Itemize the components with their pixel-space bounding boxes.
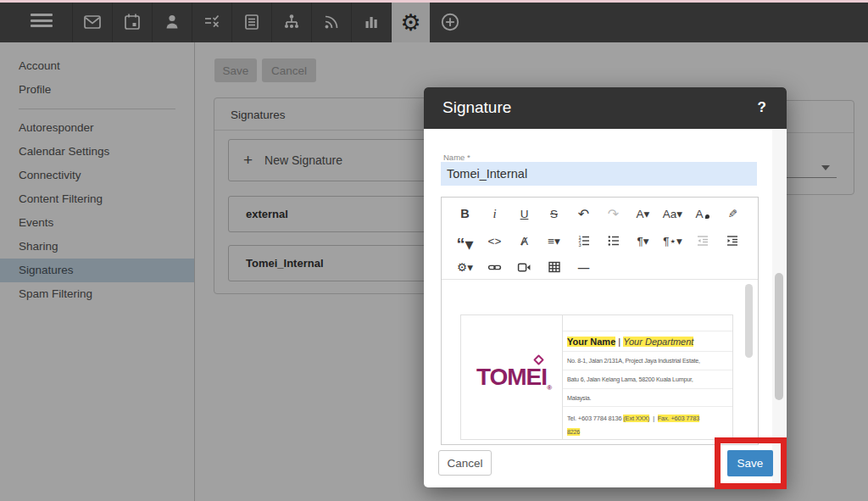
clear-formatting-icon[interactable]: Ⱥ: [509, 230, 539, 252]
insert-options-icon[interactable]: ⚙▾: [450, 256, 480, 278]
reports-icon[interactable]: [351, 2, 390, 42]
strikethrough-icon[interactable]: S: [539, 203, 569, 225]
italic-icon[interactable]: i: [480, 203, 509, 225]
table-icon[interactable]: [539, 256, 569, 278]
dialog-cancel-button[interactable]: Cancel: [438, 450, 492, 476]
link-icon[interactable]: [480, 256, 509, 278]
calendar-icon[interactable]: [112, 2, 151, 42]
signature-dialog: Signature ? Name * B i U S ↶ ↷ A▾ Aa▾ A …: [424, 87, 787, 487]
settings-icon[interactable]: ⚙: [391, 2, 430, 42]
code-icon[interactable]: <>: [480, 230, 509, 252]
phone-row: Tel. +603 7784 8136 (Ext XXX) | Fax. +60…: [563, 407, 732, 439]
new-item-icon[interactable]: [431, 2, 470, 42]
toolbar-divider: [442, 279, 758, 280]
dialog-header: Signature ?: [424, 87, 787, 129]
signature-editor: B i U S ↶ ↷ A▾ Aa▾ A ✎ “▾ <> Ⱥ ≡▾ 123: [441, 197, 759, 445]
tomei-logo: TOMEI ®: [476, 364, 547, 391]
redo-icon[interactable]: ↷: [598, 203, 628, 225]
underline-icon[interactable]: U: [509, 203, 539, 225]
font-family-icon[interactable]: A▾: [628, 203, 658, 225]
highlight-icon[interactable]: ✎: [721, 199, 743, 229]
signature-name-input[interactable]: [441, 162, 757, 186]
video-icon[interactable]: [509, 256, 539, 278]
editor-scrollbar[interactable]: [745, 284, 753, 358]
address-row-2: Batu 6, Jalan Kelang Lama, 58200 Kuala L…: [563, 370, 732, 389]
indent-icon[interactable]: [717, 230, 747, 252]
editor-toolbar-row2: “▾ <> Ⱥ ≡▾ 123 ¶▾ ¶⋆▾: [450, 230, 752, 252]
horizontal-rule-icon[interactable]: —: [569, 256, 598, 278]
dialog-title: Signature: [442, 98, 511, 117]
empty-row: [563, 315, 732, 331]
svg-text:3: 3: [578, 242, 581, 248]
editor-toolbar-row1: B i U S ↶ ↷ A▾ Aa▾ A ✎: [450, 203, 752, 225]
font-color-icon[interactable]: A: [687, 203, 717, 225]
mail-icon[interactable]: [72, 2, 111, 42]
logo-cell: TOMEI ®: [461, 315, 563, 439]
contacts-icon[interactable]: [152, 2, 191, 42]
app-window: ⚙ Account Profile Autoresponder Calendar…: [0, 0, 868, 501]
address-row-1: No. 8-1, Jalan 2/131A, Project Jaya Indu…: [563, 352, 732, 370]
top-edge-line: [0, 0, 868, 3]
tasks-icon[interactable]: [192, 2, 231, 42]
editor-toolbar-row3: ⚙▾ —: [450, 256, 752, 278]
signature-preview-table[interactable]: TOMEI ® Your Name | Your Department No. …: [460, 315, 733, 440]
menu-icon[interactable]: [31, 14, 53, 29]
help-icon[interactable]: ?: [758, 99, 766, 116]
name-field-label: Name *: [443, 153, 470, 162]
paragraph-style-icon[interactable]: ¶⋆▾: [658, 230, 687, 252]
notes-icon[interactable]: [231, 2, 270, 42]
outdent-icon[interactable]: [687, 230, 717, 252]
annotation-save-highlight: [715, 437, 787, 489]
feeds-icon[interactable]: [311, 2, 350, 42]
unordered-list-icon[interactable]: [598, 230, 628, 252]
app-toolbar: ⚙: [0, 0, 868, 42]
undo-icon[interactable]: ↶: [569, 203, 598, 225]
org-chart-icon[interactable]: [271, 2, 310, 42]
ordered-list-icon[interactable]: 123: [569, 230, 598, 252]
blockquote-icon[interactable]: “▾: [450, 230, 480, 252]
address-row-3: Malaysia.: [563, 389, 732, 407]
align-icon[interactable]: ≡▾: [539, 230, 569, 252]
name-row: Your Name | Your Department: [563, 331, 732, 352]
registered-mark: ®: [547, 384, 552, 392]
font-size-icon[interactable]: Aa▾: [658, 203, 687, 225]
bold-icon[interactable]: B: [450, 203, 480, 225]
dialog-scrollbar[interactable]: [775, 273, 783, 400]
signature-text-cell: Your Name | Your Department No. 8-1, Jal…: [563, 315, 732, 439]
paragraph-format-icon[interactable]: ¶▾: [628, 230, 658, 252]
